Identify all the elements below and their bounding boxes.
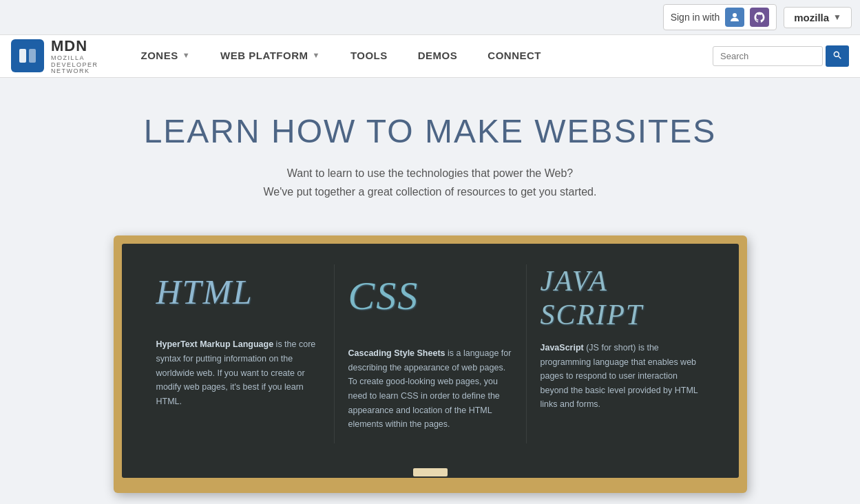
mozilla-menu-button[interactable]: mozilla ▼ xyxy=(784,7,852,28)
js-section: JAVASCRIPT JavaScript (JS for short) is … xyxy=(527,264,718,443)
svg-rect-2 xyxy=(29,49,36,63)
svg-rect-1 xyxy=(19,49,26,63)
mdn-logo-icon xyxy=(11,39,44,72)
sign-in-container: Sign in with xyxy=(663,4,777,30)
css-section: CSS Cascading Style Sheets is a language… xyxy=(335,264,527,443)
top-bar: Sign in with mozilla ▼ xyxy=(0,0,860,35)
html-section: HTML HyperText Markup Language is the co… xyxy=(143,264,335,443)
chalk-eraser xyxy=(413,468,448,476)
search-button[interactable] xyxy=(826,45,849,67)
persona-icon xyxy=(728,11,741,23)
nav-items: ZONES ▼ WEB PLATFORM ▼ TOOLS DEMOS CONNE… xyxy=(126,35,713,78)
svg-point-3 xyxy=(834,52,839,56)
logo[interactable]: MDN MOZILLA DEVELOPER NETWORK xyxy=(11,37,98,76)
mdn-logo-graphic xyxy=(17,45,39,67)
nav-tools[interactable]: TOOLS xyxy=(335,35,403,78)
js-title: JAVASCRIPT xyxy=(541,264,704,331)
sign-in-text: Sign in with xyxy=(671,12,720,23)
nav-bar: MDN MOZILLA DEVELOPER NETWORK ZONES ▼ WE… xyxy=(0,35,860,78)
zones-dropdown-icon: ▼ xyxy=(182,51,190,59)
html-desc: HyperText Markup Language is the core sy… xyxy=(156,337,320,408)
hero-section: LEARN HOW TO MAKE WEBSITES Want to learn… xyxy=(0,78,860,222)
hero-subtitle: Want to learn to use the technologies th… xyxy=(14,164,846,201)
github-icon xyxy=(753,11,766,23)
js-desc: JavaScript (JS for short) is the program… xyxy=(541,341,704,412)
css-desc: Cascading Style Sheets is a language for… xyxy=(348,346,512,432)
web-platform-dropdown-icon: ▼ xyxy=(312,51,319,59)
search-input[interactable] xyxy=(713,46,823,66)
hero-title: LEARN HOW TO MAKE WEBSITES xyxy=(14,112,846,150)
github-signin-button[interactable] xyxy=(750,8,769,27)
html-title: HTML xyxy=(156,264,320,319)
mozilla-label: mozilla xyxy=(794,12,829,23)
logo-mdn-text: MDN xyxy=(51,37,98,55)
chalkboard-frame: HTML HyperText Markup Language is the co… xyxy=(114,235,747,493)
logo-text: MDN MOZILLA DEVELOPER NETWORK xyxy=(51,37,98,76)
nav-web-platform[interactable]: WEB PLATFORM ▼ xyxy=(205,35,335,78)
search-icon xyxy=(832,50,842,60)
nav-connect[interactable]: CONNECT xyxy=(472,35,556,78)
nav-demos[interactable]: DEMOS xyxy=(403,35,473,78)
chalkboard: HTML HyperText Markup Language is the co… xyxy=(122,244,739,478)
nav-zones[interactable]: ZONES ▼ xyxy=(126,35,206,78)
chalkboard-wrapper: HTML HyperText Markup Language is the co… xyxy=(0,222,860,504)
mozilla-chevron-icon: ▼ xyxy=(833,12,841,22)
persona-signin-button[interactable] xyxy=(725,8,744,27)
css-title: CSS xyxy=(348,264,512,328)
svg-line-4 xyxy=(839,56,841,59)
chalkboard-bottom xyxy=(122,468,739,476)
logo-sub-text: MOZILLA DEVELOPER NETWORK xyxy=(51,55,98,76)
search-box xyxy=(713,45,849,67)
svg-point-0 xyxy=(733,13,737,17)
